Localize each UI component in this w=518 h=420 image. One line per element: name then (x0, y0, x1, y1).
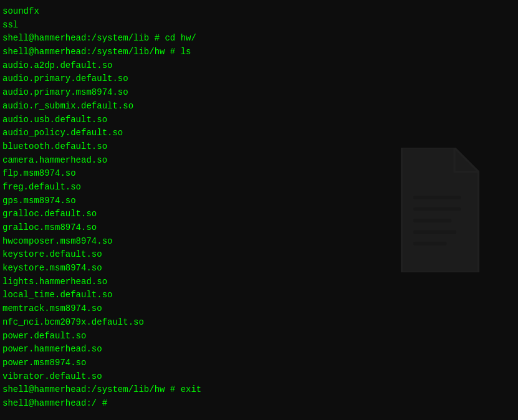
terminal-line: audio.primary.msm8974.so (2, 86, 516, 100)
terminal-line: power.msm8974.so (2, 356, 516, 370)
terminal-line: ssl (2, 19, 516, 32)
terminal-line: power.default.so (2, 330, 516, 343)
terminal-line: shell@hammerhead:/system/lib # cd hw/ (2, 32, 516, 45)
terminal-line: local_time.default.so (2, 289, 516, 302)
terminal-line: memtrack.msm8974.so (2, 302, 516, 316)
terminal-line: shell@hammerhead:/ # (2, 397, 516, 411)
terminal-line: lights.hammerhead.so (2, 275, 516, 289)
terminal-line: nfc_nci.bcm2079x.default.so (2, 316, 516, 330)
terminal-line: flp.msm8974.so (2, 167, 516, 181)
terminal-content: soundfxsslshell@hammerhead:/system/lib #… (2, 5, 516, 411)
terminal-window[interactable]: soundfxsslshell@hammerhead:/system/lib #… (0, 0, 518, 420)
terminal-line: audio.primary.default.so (2, 72, 516, 86)
terminal-line: shell@hammerhead:/system/lib/hw # exit (2, 383, 516, 397)
terminal-line: gralloc.msm8974.so (2, 221, 516, 235)
terminal-line: audio_policy.default.so (2, 126, 516, 140)
terminal-line: shell@hammerhead:/system/lib/hw # ls (2, 45, 516, 59)
terminal-line: audio.r_submix.default.so (2, 100, 516, 113)
terminal-line: bluetooth.default.so (2, 140, 516, 154)
terminal-line: audio.usb.default.so (2, 113, 516, 127)
terminal-line: soundfx (2, 5, 516, 19)
terminal-line: keystore.msm8974.so (2, 262, 516, 275)
terminal-line: keystore.default.so (2, 248, 516, 262)
terminal-line: audio.a2dp.default.so (2, 59, 516, 73)
terminal-line: vibrator.default.so (2, 370, 516, 384)
terminal-line: camera.hammerhead.so (2, 154, 516, 168)
terminal-line: power.hammerhead.so (2, 343, 516, 356)
terminal-line: gralloc.default.so (2, 208, 516, 221)
terminal-line: freg.default.so (2, 181, 516, 194)
terminal-line: gps.msm8974.so (2, 194, 516, 208)
terminal-line: hwcomposer.msm8974.so (2, 235, 516, 249)
